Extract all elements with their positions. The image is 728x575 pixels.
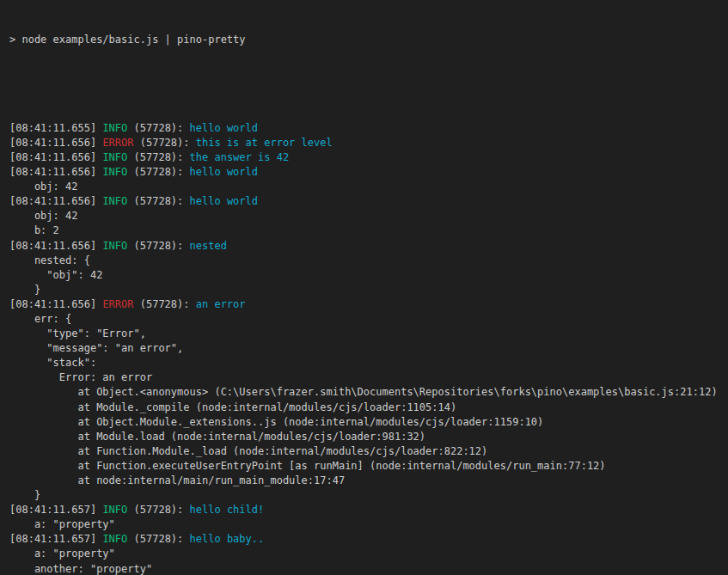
log-level: INFO [102, 166, 127, 178]
log-message: this is at error level [196, 137, 333, 149]
detail-line: at Module.load (node:internal/modules/cj… [9, 430, 728, 444]
log-message: hello child! [190, 504, 265, 516]
detail-line: obj: 42 [9, 180, 728, 194]
detail-line: a: "property" [9, 547, 728, 561]
timestamp: [08:41:11.657] [9, 533, 102, 545]
log-line: [08:41:11.656] ERROR (57728): this is at… [9, 136, 728, 150]
log-line: [08:41:11.657] INFO (57728): hello baby.… [9, 532, 728, 547]
log-level: ERROR [102, 137, 133, 149]
pid: (57728): [127, 122, 189, 134]
detail-line: nested: { [9, 254, 728, 268]
blank-line [9, 76, 728, 91]
timestamp: [08:41:11.655] [9, 122, 102, 134]
detail-line: "stack": [9, 356, 728, 370]
timestamp: [08:41:11.656] [9, 166, 102, 178]
pid: (57728): [127, 166, 189, 178]
log-line: [08:41:11.656] INFO (57728): hello world [9, 194, 728, 209]
log-line: [08:41:11.656] INFO (57728): the answer … [9, 150, 728, 165]
log-message: hello world [190, 122, 258, 134]
log-level: INFO [102, 504, 127, 516]
pid: (57728): [127, 533, 189, 545]
terminal-output[interactable]: > node examples/basic.js | pino-pretty [… [0, 0, 728, 575]
log-level: INFO [102, 151, 127, 163]
log-message: hello baby.. [190, 533, 265, 545]
log-line: [08:41:11.656] INFO (57728): hello world [9, 165, 728, 180]
detail-line: obj: 42 [9, 209, 728, 223]
log-line: [08:41:11.656] INFO (57728): nested [9, 239, 728, 254]
detail-line: at Function.executeUserEntryPoint [as ru… [9, 459, 728, 474]
log-message: nested [190, 240, 227, 252]
detail-line: b: 2 [9, 223, 728, 238]
log-level: INFO [102, 195, 127, 207]
pid: (57728): [134, 137, 196, 149]
detail-line: at Function.Module._load (node:internal/… [9, 444, 728, 459]
log-level: ERROR [102, 298, 133, 310]
detail-line: Error: an error [9, 370, 728, 385]
timestamp: [08:41:11.656] [9, 195, 102, 207]
pid: (57728): [134, 298, 196, 310]
detail-line: another: "property" [9, 562, 728, 575]
detail-line: "obj": 42 [9, 268, 728, 283]
log-message: hello world [190, 166, 258, 178]
log-entries: [08:41:11.655] INFO (57728): hello world… [9, 121, 728, 575]
detail-line: at Module._compile (node:internal/module… [9, 401, 728, 415]
timestamp: [08:41:11.656] [9, 151, 102, 163]
pid: (57728): [127, 151, 189, 163]
detail-line: } [9, 488, 728, 503]
log-line: [08:41:11.655] INFO (57728): hello world [9, 121, 728, 136]
log-level: INFO [102, 240, 127, 252]
detail-line: "message": "an error", [9, 341, 728, 356]
log-line: [08:41:11.656] ERROR (57728): an error [9, 297, 728, 312]
pid: (57728): [127, 195, 189, 207]
timestamp: [08:41:11.656] [9, 137, 102, 149]
timestamp: [08:41:11.656] [9, 240, 102, 252]
detail-line: at Object.<anonymous> (C:\Users\frazer.s… [9, 385, 728, 400]
detail-line: at Object.Module._extensions..js (node:i… [9, 415, 728, 430]
detail-line: a: "property" [9, 517, 728, 532]
detail-line: "type": "Error", [9, 327, 728, 341]
log-message: the answer is 42 [190, 151, 290, 163]
log-line: [08:41:11.657] INFO (57728): hello child… [9, 503, 728, 517]
log-message: an error [196, 298, 246, 310]
timestamp: [08:41:11.656] [9, 298, 102, 310]
log-message: hello world [190, 195, 258, 207]
pid: (57728): [127, 504, 189, 516]
timestamp: [08:41:11.657] [9, 504, 102, 516]
log-level: INFO [102, 533, 127, 545]
detail-line: at node:internal/main/run_main_module:17… [9, 474, 728, 488]
detail-line: err: { [9, 312, 728, 327]
pid: (57728): [127, 240, 189, 252]
prompt-line: > node examples/basic.js | pino-pretty [9, 33, 728, 47]
log-level: INFO [102, 122, 127, 134]
detail-line: } [9, 283, 728, 297]
